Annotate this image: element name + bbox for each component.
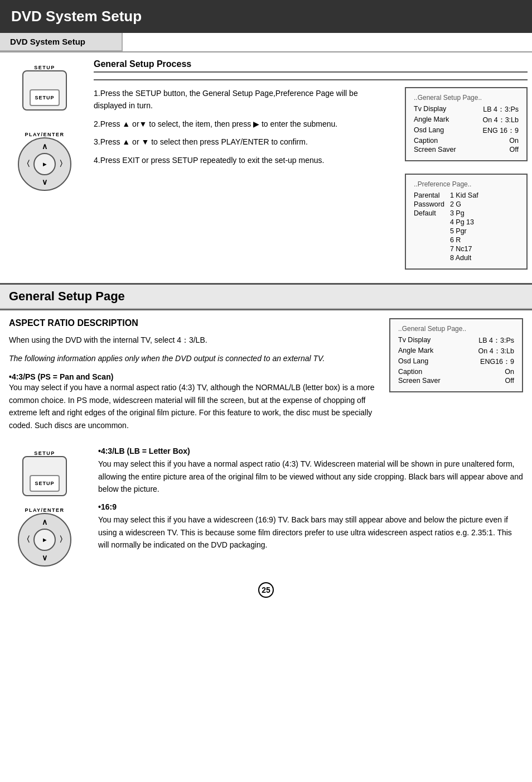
bullet-lb-header: •4:3/LB (LB = Letter Box) [98,445,523,458]
setup-button[interactable]: SETUP [30,89,60,106]
gsp-text: ASPECT RATIO DESCRIPTION When using the … [9,318,384,437]
gsp-nav-pad: ∧ ∨ 〈 〉 ▶ [18,513,71,567]
pref-extra-1: 4 Pg 13 [450,218,478,226]
screens-column: ..General Setup Page.. Tv Display LB 4：3… [394,87,528,276]
page-title: DVD System Setup [11,8,521,25]
nav-pad: ∧ ∨ 〈 〉 ▶ [18,137,71,191]
top-section: SETUP SETUP PLAY/ENTER ∧ ∨ 〈 〉 ▶ General… [0,52,532,283]
section-title: General Setup Process [94,59,528,80]
pref-extra-2: 5 Pgr [450,227,478,235]
page-number-container: 25 [0,582,532,598]
nav-remote-container: PLAY/ENTER ∧ ∨ 〈 〉 ▶ [18,132,71,191]
step-1: 1.Press the SETUP button, the General Se… [94,87,386,112]
bullet-ps-header: •4:3/PS (PS = Pan and Scan) [9,372,384,381]
setup-remote: SETUP [22,70,67,111]
gsp-content: ASPECT RATIO DESCRIPTION When using the … [0,310,532,445]
gsp-screen-title: ..General Setup Page.. [398,325,514,333]
nav-down-icon[interactable]: ∨ [42,177,47,186]
screen1-row-3: Caption On [414,137,519,145]
pref-extra-5: 8 Adult [450,254,478,262]
bullet-ps: •4:3/PS (PS = Pan and Scan) You may sele… [9,372,384,431]
bullet-lb: •4:3/LB (LB = Letter Box) You may select… [98,445,523,495]
screen2-title: ..Preference Page.. [414,180,519,188]
gsp-nav-left[interactable]: 〈 [22,535,30,545]
nav-right-icon[interactable]: 〉 [59,159,67,169]
screen1-row-4: Screen Saver Off [414,146,519,153]
gsp-bottom-area: SETUP SETUP PLAY/ENTER ∧ ∨ 〈 〉 ▶ •4:3 [0,445,532,572]
screen1-title: ..General Setup Page.. [414,94,519,102]
pref-labels: Parental Password Default [414,191,444,263]
screen1-row-2: Osd Lang ENG 16：9 [414,126,519,136]
pref-extra-3: 6 R [450,236,478,244]
gsp-screen-column: ..General Setup Page.. Tv Display LB 4：3… [389,318,523,437]
nav-remote-label: PLAY/ENTER [25,132,64,137]
bullet-169-text: You may select this if you have a widesc… [98,514,523,551]
bullet-lb-text: You may select this if you have a normal… [98,458,523,495]
gsp-nav-remote: PLAY/ENTER ∧ ∨ 〈 〉 ▶ [18,507,71,567]
gsp-screen-row-3: Caption On [398,368,514,376]
pref-val-default: 3 Pg [450,209,478,217]
gsp-setup-remote-box: SETUP [22,456,67,496]
setup-remote-container: SETUP SETUP [22,65,67,111]
top-right-column: General Setup Process 1.Press the SETUP … [89,59,532,276]
pref-label-default: Default [414,209,444,217]
nav-up-icon[interactable]: ∧ [42,142,47,151]
step-2: 2.Press ▲ or▼ to select, the item, then … [94,118,386,130]
nav-enter-button[interactable]: ▶ [33,153,56,175]
gsp-setup-btn[interactable]: SETUP [30,475,60,492]
gsp-setup-remote: SETUP SETUP [22,450,67,496]
page-number: 25 [258,582,274,598]
gsp-nav-right[interactable]: 〉 [59,535,67,545]
nav-left-icon[interactable]: 〈 [22,159,30,169]
pref-label-password: Password [414,200,444,208]
screen1-row-1: Angle Mark On 4：3:Lb [414,116,519,125]
italic-note: The following information applies only w… [9,352,384,364]
aspect-ratio-title: ASPECT RATIO DESCRIPTION [9,318,384,328]
steps-text: 1.Press the SETUP button, the General Se… [94,87,386,276]
bullet-169-header: •16:9 [98,501,523,514]
gsp-setup-label: SETUP [34,450,55,456]
sub-header-title: DVD System Setup [10,37,85,46]
general-setup-screen: ..General Setup Page.. Tv Display LB 4：3… [405,87,528,161]
gsp-remotes: SETUP SETUP PLAY/ENTER ∧ ∨ 〈 〉 ▶ [0,445,89,567]
setup-remote-label: SETUP [34,65,55,70]
gsp-screen-row-4: Screen Saver Off [398,377,514,385]
left-column: SETUP SETUP PLAY/ENTER ∧ ∨ 〈 〉 ▶ [0,59,89,276]
pref-val-password: 2 G [450,200,478,208]
pref-label-parental: Parental [414,191,444,199]
gsp-bullets: •4:3/LB (LB = Letter Box) You may select… [89,445,532,567]
gsp-screen-row-2: Osd Lang ENG16：9 [398,357,514,367]
gsp-nav-enter[interactable]: ▶ [33,529,56,551]
gsp-title: General Setup Page [0,285,532,309]
bullet-ps-text: You may select if you have a normal aspe… [9,381,384,431]
page-header: DVD System Setup [0,0,532,33]
step-4: 4.Press EXIT or press SETUP repeatedly t… [94,154,386,166]
gsp-intro: When using the DVD with the internal TV,… [9,334,384,347]
pref-extra-4: 7 Nc17 [450,245,478,253]
gsp-nav-label: PLAY/ENTER [25,507,64,513]
bullet-169: •16:9 You may select this if you have a … [98,501,523,551]
gsp-nav-up[interactable]: ∧ [42,517,47,526]
gsp-nav-down[interactable]: ∨ [42,553,47,562]
preference-screen: ..Preference Page.. Parental Password De… [405,174,528,270]
pref-values: 1 Kid Saf 2 G 3 Pg 4 Pg 13 5 Pgr 6 R 7 N… [450,191,478,263]
gsp-screen-row-1: Angle Mark On 4：3:Lb [398,347,514,356]
preference-rows: Parental Password Default 1 Kid Saf 2 G … [414,191,519,263]
screen1-row-0: Tv Display LB 4：3:Ps [414,105,519,114]
pref-val-parental: 1 Kid Saf [450,191,478,199]
gsp-screen-row-0: Tv Display LB 4：3:Ps [398,336,514,346]
step-3: 3.Press ▲ or ▼ to select then press PLAY… [94,136,386,148]
gsp-screen: ..General Setup Page.. Tv Display LB 4：3… [389,318,523,392]
gsp-section: General Setup Page ASPECT RATIO DESCRIPT… [0,283,532,572]
